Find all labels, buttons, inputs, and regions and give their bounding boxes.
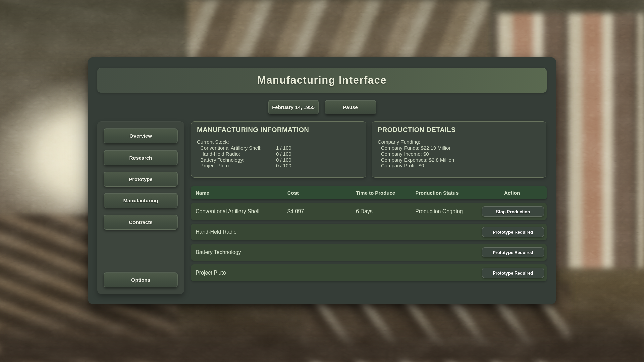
production-details-title: PRODUCTION DETAILS <box>378 126 540 134</box>
cell-name: Conventional Artillery Shell <box>191 208 283 215</box>
stock-row: Hand-Held Radio: 0 / 100 <box>197 151 360 157</box>
cell-action: Stop Production <box>477 206 547 217</box>
cell-time-to-produce: 6 Days <box>351 208 411 215</box>
stock-label: Battery Technology: <box>200 157 276 163</box>
company-expenses-line: Company Expenses: $2.8 Million <box>378 157 540 163</box>
sidebar-item-options[interactable]: Options <box>104 272 178 287</box>
table-header-row: Name Cost Time to Produce Production Sta… <box>191 186 547 199</box>
cell-action: Prototype Required <box>477 227 547 237</box>
stock-row: Project Pluto: 0 / 100 <box>197 163 360 169</box>
column-header-action: Action <box>477 190 547 196</box>
stock-value: 0 / 100 <box>276 163 360 169</box>
stock-label: Project Pluto: <box>200 163 276 169</box>
manufacturing-window: Manufacturing Interface February 14, 195… <box>88 57 556 304</box>
cell-cost: $4,097 <box>283 208 351 215</box>
cell-action: Prototype Required <box>477 268 547 278</box>
panel-divider <box>197 136 360 136</box>
stock-value: 0 / 100 <box>276 151 360 157</box>
table-row: Project Pluto Prototype Required <box>191 264 547 281</box>
production-details-panel: PRODUCTION DETAILS Company Funding: Comp… <box>372 121 546 178</box>
manufacturing-information-panel: MANUFACTURING INFORMATION Current Stock:… <box>191 121 366 178</box>
action-button-prototype-required[interactable]: Prototype Required <box>482 268 544 278</box>
column-header-production-status: Production Status <box>411 190 477 196</box>
action-button-prototype-required[interactable]: Prototype Required <box>482 227 544 237</box>
column-header-time-to-produce: Time to Produce <box>351 190 411 196</box>
sidebar-item-prototype[interactable]: Prototype <box>104 172 178 187</box>
sidebar-item-contracts[interactable]: Contracts <box>104 215 178 230</box>
column-header-name: Name <box>191 190 283 196</box>
cell-production-status: Production Ongoing <box>411 208 477 215</box>
cell-name: Hand-Held Radio <box>191 229 283 235</box>
manufacturing-information-title: MANUFACTURING INFORMATION <box>197 126 360 134</box>
stock-row: Battery Technology: 0 / 100 <box>197 157 360 163</box>
cell-name: Battery Technology <box>191 249 283 255</box>
stock-label: Conventional Artillery Shell: <box>200 145 276 151</box>
company-profit-line: Company Profit: $0 <box>378 163 540 169</box>
screen: Manufacturing Interface February 14, 195… <box>0 0 644 362</box>
sidebar-item-overview[interactable]: Overview <box>104 128 178 143</box>
cell-action: Prototype Required <box>477 247 547 257</box>
stock-row: Conventional Artillery Shell: 1 / 100 <box>197 145 360 151</box>
cell-name: Project Pluto <box>191 270 283 276</box>
table-row: Conventional Artillery Shell $4,097 6 Da… <box>191 203 547 220</box>
table-row: Hand-Held Radio Prototype Required <box>191 224 547 240</box>
action-button-stop-production[interactable]: Stop Production <box>482 206 544 217</box>
sidebar-nav: Overview Research Prototype Manufacturin… <box>97 121 184 294</box>
action-button-prototype-required[interactable]: Prototype Required <box>482 247 544 257</box>
production-table: Name Cost Time to Produce Production Sta… <box>191 186 547 281</box>
company-funding-heading: Company Funding: <box>378 139 540 145</box>
window-title-bar: Manufacturing Interface <box>97 68 547 93</box>
stock-value: 1 / 100 <box>276 145 360 151</box>
company-income-line: Company Income: $0 <box>378 151 540 157</box>
stock-value: 0 / 100 <box>276 157 360 163</box>
company-funds-line: Company Funds: $22.19 Million <box>378 145 540 151</box>
pause-button[interactable]: Pause <box>325 100 376 114</box>
column-header-cost: Cost <box>283 190 351 196</box>
sidebar-item-research[interactable]: Research <box>104 150 178 165</box>
topbar: February 14, 1955 Pause <box>88 100 556 114</box>
stock-label: Hand-Held Radio: <box>200 151 276 157</box>
page-title: Manufacturing Interface <box>257 74 387 86</box>
panel-divider <box>378 136 540 136</box>
date-display-button[interactable]: February 14, 1955 <box>268 100 319 114</box>
sidebar-item-manufacturing[interactable]: Manufacturing <box>104 193 178 208</box>
table-row: Battery Technology Prototype Required <box>191 244 547 261</box>
current-stock-heading: Current Stock: <box>197 139 360 145</box>
